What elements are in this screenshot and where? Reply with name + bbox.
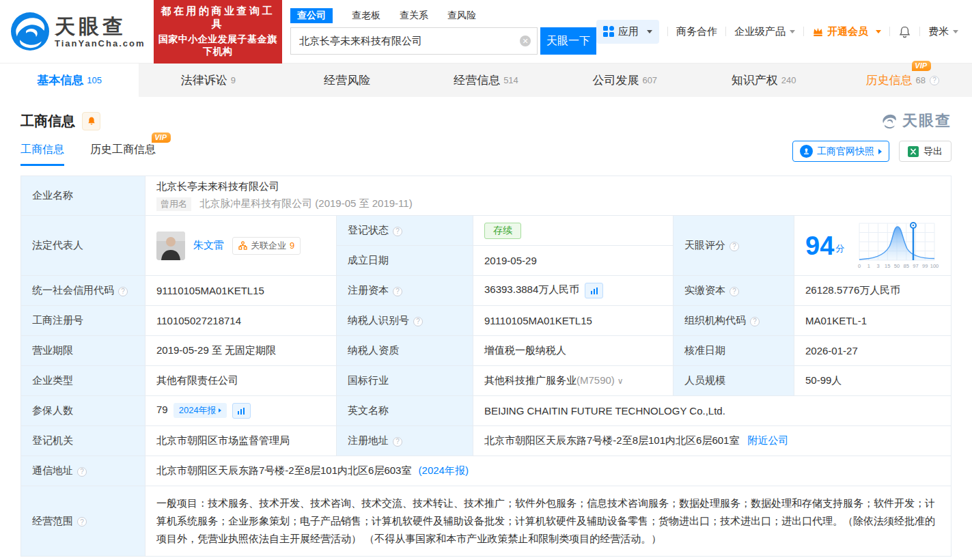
search-button[interactable]: 天眼一下: [540, 27, 596, 55]
nearby-companies-link[interactable]: 附近公司: [748, 434, 789, 446]
help-icon[interactable]: ?: [393, 227, 402, 236]
tianyancha-logo-icon: [11, 12, 49, 51]
subscribe-bell-button[interactable]: [82, 112, 100, 130]
tab-company-development[interactable]: 公司发展 607: [555, 64, 694, 97]
svg-text:15: 15: [885, 263, 890, 269]
staff-size-label: 人员规模: [674, 366, 794, 396]
help-icon[interactable]: ?: [750, 317, 760, 326]
help-icon[interactable]: ?: [393, 437, 402, 447]
tab-history-info[interactable]: 历史信息 68 VIP ?: [833, 64, 972, 97]
search-tab-company[interactable]: 查公司: [290, 8, 333, 23]
promo-banner: 都在用的商业查询工具 国家中小企业发展子基金旗下机构: [154, 0, 282, 64]
tab-operational-risk[interactable]: 经营风险: [278, 64, 417, 97]
credit-code-label: 统一社会信用代码?: [21, 276, 145, 306]
tab-label: 基本信息: [37, 72, 83, 88]
taxpayer-quality: 增值税一般纳税人: [473, 336, 674, 366]
table-row: 营业期限 2019-05-29 至 无固定期限 纳税人资质 增值税一般纳税人 核…: [21, 336, 952, 366]
score-axis-ticks: 0 1 3 15 50 85 97 99 100: [858, 263, 939, 269]
tab-intellectual-property[interactable]: 知识产权 240: [694, 64, 833, 97]
registration-authority-label: 登记机关: [21, 426, 145, 456]
registration-no-label: 工商注册号: [21, 306, 145, 336]
tianyancha-logo[interactable]: 天眼查 TianYanCha.com: [11, 12, 145, 51]
nav-open-vip[interactable]: 开通会员: [812, 25, 881, 38]
subtab-business-registration[interactable]: 工商信息: [20, 143, 64, 166]
former-name: 北京脉冲星科技有限公司 (2019-05 至 2019-11): [199, 197, 412, 209]
apps-grid-icon: [603, 26, 614, 37]
annual-report-badge[interactable]: 2024年报: [173, 403, 227, 418]
nav-business-cooperation[interactable]: 商务合作: [676, 25, 717, 38]
export-label: 导出: [924, 145, 943, 158]
chevron-down-icon: [953, 30, 958, 33]
help-icon[interactable]: ?: [393, 287, 402, 296]
registered-address-label: 注册地址?: [337, 426, 473, 456]
official-snapshot-label: 工商官网快照: [817, 145, 874, 158]
mailing-address: 北京市朝阳区天辰东路7号楼-2至8层101内北区6层603室: [156, 464, 411, 476]
tab-count: 105: [87, 75, 102, 85]
table-row: 法定代表人 朱文雷: [21, 216, 952, 246]
search-tab-boss[interactable]: 查老板: [352, 10, 380, 22]
tab-business-info[interactable]: 经营信息 514: [417, 64, 555, 97]
insured-chart-button[interactable]: [232, 403, 251, 419]
org-code: MA01KETL-1: [794, 306, 952, 336]
registration-authority: 北京市朝阳区市场监督管理局: [145, 426, 337, 456]
svg-text:50: 50: [894, 263, 900, 269]
tab-count: 514: [503, 75, 518, 85]
legal-rep-name-link[interactable]: 朱文雷: [193, 239, 224, 252]
insured-count-label: 参保人数: [21, 396, 145, 426]
chevron-down-icon[interactable]: ∨: [617, 376, 624, 386]
search-tab-risk[interactable]: 查风险: [447, 10, 476, 22]
table-row: 统一社会信用代码? 91110105MA01KETL15 注册资本? 36393…: [21, 276, 952, 306]
export-button[interactable]: 导出: [899, 141, 952, 162]
clear-search-icon[interactable]: ✕: [520, 36, 531, 46]
company-name: 北京长亭未来科技有限公司: [156, 180, 940, 193]
tab-legal-proceedings[interactable]: 法律诉讼 9: [139, 64, 277, 97]
help-icon[interactable]: ?: [930, 76, 939, 85]
person-photo: [156, 232, 185, 260]
approval-date-label: 核准日期: [674, 336, 794, 366]
search-tab-relation[interactable]: 查关系: [400, 10, 428, 22]
help-icon[interactable]: ?: [413, 317, 423, 326]
nav-enterprise-products[interactable]: 企业级产品: [734, 25, 795, 38]
crown-icon: [812, 26, 824, 38]
legal-rep-avatar[interactable]: [156, 232, 185, 260]
tab-label: 法律诉讼: [181, 72, 227, 88]
org-code-label: 组织机构代码?: [674, 306, 794, 336]
tab-basic-info[interactable]: 基本信息 105: [0, 64, 139, 97]
chevron-right-icon: [878, 149, 882, 154]
nav-apps[interactable]: 应用: [596, 20, 659, 44]
logo-domain: TianYanCha.com: [55, 38, 145, 48]
notifications-bell[interactable]: [898, 25, 911, 38]
help-icon[interactable]: ?: [730, 287, 739, 296]
search-input[interactable]: [290, 27, 538, 55]
reg-status-label: 登记状态?: [337, 216, 473, 246]
former-name-badge: 曾用名: [156, 197, 191, 211]
tyc-score: 94 分: [805, 221, 940, 271]
bell-icon: [87, 116, 96, 126]
svg-text:100: 100: [930, 263, 939, 269]
top-nav: 应用 商务合作 企业级产品 开通会员: [596, 20, 958, 44]
help-icon[interactable]: ?: [77, 517, 87, 527]
nav-open-vip-label: 开通会员: [827, 25, 868, 38]
main-tabbar: 基本信息 105 法律诉讼 9 经营风险 经营信息 514 公司发展 607 知…: [0, 63, 972, 97]
company-type: 其他有限责任公司: [145, 366, 337, 396]
capital-chart-button[interactable]: [585, 283, 603, 298]
official-snapshot-button[interactable]: 工商官网快照: [792, 141, 889, 162]
help-icon[interactable]: ?: [730, 242, 739, 251]
promo-banner-line2: 国家中小企业发展子基金旗下机构: [158, 33, 278, 58]
tab-label: 知识产权: [732, 72, 778, 88]
table-row: 企业名称 北京长亭未来科技有限公司 曾用名 北京脉冲星科技有限公司 (2019-…: [21, 176, 952, 216]
annual-report-link[interactable]: (2024年报): [419, 464, 469, 476]
table-row: 工商注册号 110105027218714 纳税人识别号? 91110105MA…: [21, 306, 952, 336]
related-companies-badge[interactable]: 关联企业 9: [232, 237, 301, 255]
help-icon[interactable]: ?: [77, 467, 87, 477]
help-icon[interactable]: ?: [118, 287, 128, 296]
watermark-logo-icon: [880, 112, 898, 130]
english-name: BEIJING CHAITIN FUTURE TECHNOLOGY Co.,Lt…: [473, 396, 952, 426]
credit-code: 91110105MA01KETL15: [145, 276, 337, 306]
taxpayer-quality-label: 纳税人资质: [337, 336, 473, 366]
subtab-history-registration[interactable]: 历史工商信息 VIP: [90, 143, 156, 166]
subtab-row: 工商信息 历史工商信息 VIP 工商官网快照 导出: [0, 131, 972, 166]
insured-count: 79: [156, 404, 168, 415]
nav-user-menu[interactable]: 费米: [928, 25, 958, 38]
svg-text:1: 1: [867, 263, 870, 269]
